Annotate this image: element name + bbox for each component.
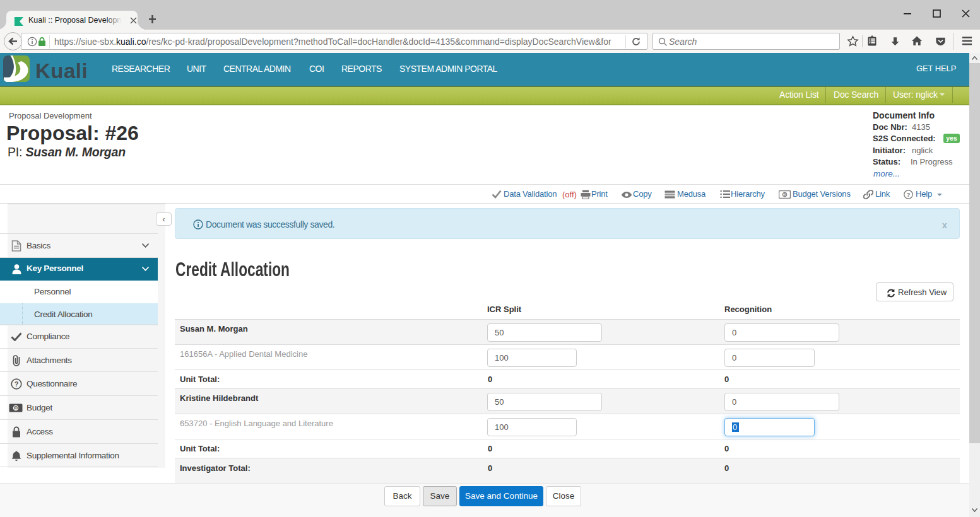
svg-text:0: 0 <box>784 192 786 197</box>
svg-text:0: 0 <box>15 405 17 411</box>
svg-text:?: ? <box>907 191 911 198</box>
svg-text:?: ? <box>15 380 19 388</box>
